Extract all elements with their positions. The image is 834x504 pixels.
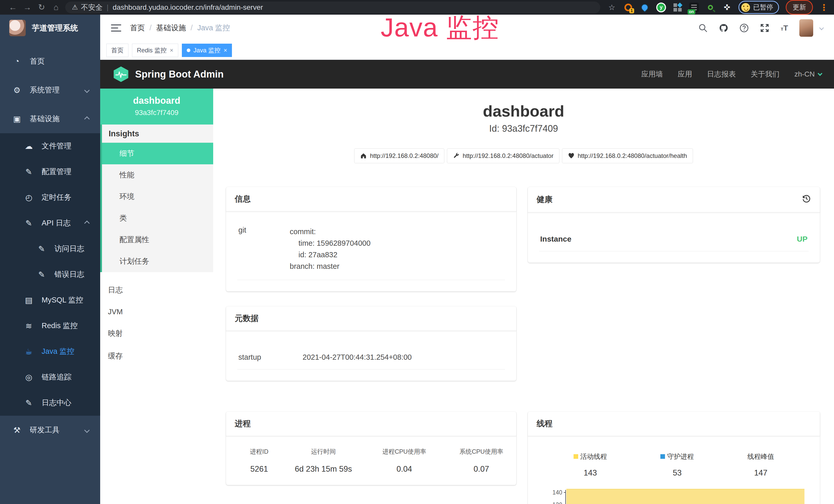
legend-peak-threads: 线程峰值 147 [747, 452, 774, 478]
heartbeat-icon [568, 153, 575, 159]
java-monitor-icon: ☕ [24, 347, 34, 357]
timer-icon: ◴ [24, 193, 34, 202]
annotation-java-monitor: Java 监控 [381, 10, 499, 45]
sba-app-header[interactable]: dashboard 93a3fc7f7409 [100, 89, 213, 124]
sidebar-item-scheduled-tasks[interactable]: ◴ 定时任务 [0, 185, 100, 210]
sba-app-id: 93a3fc7f7409 [103, 109, 211, 117]
tab-redis-monitor[interactable]: Redis 监控 × [132, 44, 178, 57]
extension-colorzilla-icon[interactable]: 1 [623, 3, 633, 12]
user-avatar[interactable] [799, 19, 813, 37]
process-card-title: 进程 [226, 412, 516, 436]
close-icon[interactable]: × [223, 47, 227, 54]
browser-back-button[interactable]: ← [6, 0, 20, 15]
threads-area-series [566, 489, 805, 504]
browser-update-button[interactable]: 更新 [786, 0, 813, 15]
fullscreen-icon[interactable] [760, 23, 769, 32]
sba-item-config-props[interactable]: 配置属性 [102, 229, 213, 251]
font-size-icon[interactable]: тT [781, 24, 788, 32]
help-icon[interactable] [740, 23, 749, 32]
legend-daemon-threads: 守护进程 53 [660, 452, 694, 478]
app-title: 芋道管理系统 [32, 23, 78, 33]
sidebar-item-file-management[interactable]: ☁ 文件管理 [0, 133, 100, 159]
search-icon[interactable] [698, 23, 708, 32]
actuator-url-button[interactable]: http://192.168.0.2:48080/actuator [447, 148, 559, 163]
edit-icon: ✎ [24, 167, 34, 177]
bookmark-star-icon[interactable]: ☆ [607, 3, 617, 12]
sidebar-item-log-center[interactable]: ✎ 日志中心 [0, 390, 100, 416]
sidebar-item-dev-tools[interactable]: ⚒ 研发工具 [0, 416, 100, 444]
sidebar-item-api-logs[interactable]: ✎ API 日志 [0, 210, 100, 236]
sba-link-about[interactable]: 关于我们 [751, 69, 780, 79]
threads-chart-y-axis: 140 120 100 [539, 489, 566, 504]
sba-item-mappings[interactable]: 映射 [100, 322, 213, 345]
sba-navbar: Spring Boot Admin 应用墙 应用 日志报表 关于我们 zh-CN [100, 60, 834, 89]
sidebar-item-mysql-monitor[interactable]: ▤ MySQL 监控 [0, 287, 100, 313]
sba-item-jvm[interactable]: JVM [100, 301, 213, 322]
sba-item-logs[interactable]: 日志 [100, 279, 213, 301]
history-icon[interactable] [802, 193, 811, 205]
metadata-card-title: 元数据 [226, 306, 516, 331]
sba-link-wallboard[interactable]: 应用墙 [641, 69, 663, 79]
extension-list-icon[interactable]: on [689, 3, 699, 12]
info-card: 信息 git commit: time: 1596289704000 id: 2… [226, 187, 516, 292]
sba-link-applications[interactable]: 应用 [678, 69, 692, 79]
hamburger-menu-icon[interactable] [111, 24, 121, 31]
user-menu-caret-icon[interactable] [819, 25, 824, 30]
profile-emoji-icon [741, 3, 750, 12]
sba-item-details[interactable]: 细节 [102, 143, 213, 164]
sidebar-item-access-logs[interactable]: ✎ 访问日志 [0, 236, 100, 261]
browser-reload-button[interactable]: ↻ [35, 0, 49, 15]
service-url-button[interactable]: http://192.168.0.2:48080/ [354, 148, 444, 163]
log-edit-icon: ✎ [37, 244, 47, 254]
sba-item-classes[interactable]: 类 [102, 207, 213, 229]
sba-insights-group: Insights 细节 性能 环境 类 配置属性 计划任务 [100, 124, 213, 272]
sba-logo-icon [112, 66, 129, 83]
sidebar-item-home[interactable]: ◔ 首页 [0, 47, 100, 76]
breadcrumb-infrastructure[interactable]: 基础设施 [156, 23, 186, 33]
github-icon[interactable] [719, 23, 728, 32]
browser-forward-button[interactable]: → [20, 0, 35, 15]
log-edit-icon: ✎ [24, 398, 34, 408]
url-text: dashboard.yudao.iocoder.cn/infra/admin-s… [113, 3, 263, 12]
tab-home[interactable]: 首页 [106, 44, 128, 57]
sba-item-environment[interactable]: 环境 [102, 186, 213, 207]
sidebar-item-trace[interactable]: ◎ 链路追踪 [0, 364, 100, 390]
sidebar-item-redis-monitor[interactable]: ≋ Redis 监控 [0, 313, 100, 339]
sidebar-item-infrastructure[interactable]: ▣ 基础设施 [0, 105, 100, 133]
sba-item-metrics[interactable]: 性能 [102, 164, 213, 186]
sba-locale-select[interactable]: zh-CN [794, 70, 822, 78]
redis-icon: ≋ [24, 321, 34, 331]
sba-item-scheduled-tasks[interactable]: 计划任务 [102, 251, 213, 272]
sidebar-item-config-management[interactable]: ✎ 配置管理 [0, 159, 100, 185]
extensions-puzzle-icon[interactable]: ✜ [722, 3, 732, 12]
process-table: 进程ID 运行时间 进程CPU使用率 系统CPU使用率 CPU核心数 5261 … [237, 448, 505, 474]
uptime-value: 6d 23h 15m 59s [281, 464, 366, 474]
extension-grid-icon[interactable] [673, 3, 682, 12]
address-bar[interactable]: ⚠ 不安全 | dashboard.yudao.iocoder.cn/infra… [65, 2, 600, 13]
process-card: 进程 进程ID 运行时间 进程CPU使用率 系统CPU使用率 CPU核心数 52… [226, 412, 516, 485]
app-logo-row[interactable]: 芋道管理系统 [0, 15, 100, 40]
legend-daemon-swatch [660, 454, 665, 459]
log-edit-icon: ✎ [37, 270, 47, 279]
extension-pin-icon[interactable] [640, 3, 650, 12]
breadcrumb-home[interactable]: 首页 [130, 23, 145, 33]
admin-sidebar: 芋道管理系统 ◔ 首页 ⚙ 系统管理 ▣ 基础设施 ☁ 文件管理 ✎ 配置管理 [0, 15, 100, 504]
browser-menu-icon[interactable]: ⋮ [820, 2, 828, 13]
browser-home-button[interactable]: ⌂ [49, 0, 63, 15]
database-icon: ▤ [24, 296, 34, 305]
close-icon[interactable]: × [170, 47, 173, 54]
profile-paused-badge[interactable]: 已暂停 [739, 1, 779, 14]
breadcrumb: 首页 / 基础设施 / Java 监控 [130, 23, 230, 33]
extension-magnifier-icon[interactable] [706, 3, 715, 12]
sidebar-item-error-logs[interactable]: ✎ 错误日志 [0, 261, 100, 287]
threads-card: 线程 活动线程 143 守护进程 [528, 412, 820, 504]
extension-y-icon[interactable]: y [656, 3, 666, 12]
sba-link-journal[interactable]: 日志报表 [707, 69, 736, 79]
sidebar-item-java-monitor[interactable]: ☕ Java 监控 [0, 339, 100, 364]
health-card: 健康 Instance UP [528, 187, 820, 263]
sba-brand[interactable]: Spring Boot Admin [112, 66, 224, 83]
health-url-button[interactable]: http://192.168.0.2:48080/actuator/health [562, 148, 693, 163]
sba-item-caches[interactable]: 缓存 [100, 345, 213, 367]
sidebar-item-system-management[interactable]: ⚙ 系统管理 [0, 76, 100, 105]
tab-java-monitor[interactable]: Java 监控 × [182, 44, 232, 57]
